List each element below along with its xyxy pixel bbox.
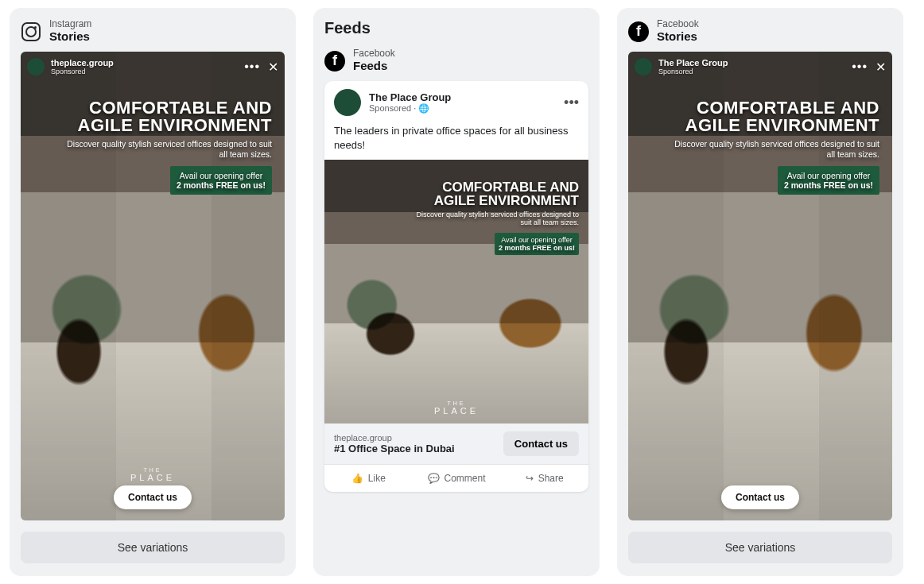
panel-facebook-feeds: Feeds Facebook Feeds The Place Group Spo… [313,8,600,576]
like-button[interactable]: 👍 Like [324,465,413,492]
comment-icon: 💬 [428,473,440,484]
ad-sub: Discover quality stylish serviced office… [66,139,272,160]
comment-label: Comment [445,473,486,484]
platform-small: Facebook [353,48,395,59]
sub-header: Facebook Feeds [324,48,588,73]
panel-instagram-stories: Instagram Stories theplace.group Sponsor… [10,8,296,576]
platform-label: Facebook Stories [657,19,699,44]
ad-sub: Discover quality stylish serviced office… [674,139,879,160]
ad-headline: COMFORTABLE AND AGILE ENVIRONMENT [66,99,272,134]
story-preview[interactable]: theplace.group Sponsored ••• ✕ COMFORTAB… [21,52,285,520]
share-button[interactable]: ↪ Share [500,465,588,492]
feed-card: The Place Group Sponsored · 🌐 ••• The le… [324,81,588,492]
like-label: Like [368,473,386,484]
platform-big: Stories [49,29,91,44]
facebook-icon [324,51,345,72]
more-icon[interactable]: ••• [244,60,260,74]
page-sponsored: Sponsored · 🌐 [369,103,451,114]
cta-button[interactable]: Contact us [721,485,799,509]
facebook-icon [628,21,649,42]
ad-headline: COMFORTABLE AND AGILE ENVIRONMENT [415,180,579,207]
action-bar: 👍 Like 💬 Comment ↪ Share [324,464,588,492]
avatar [635,58,652,75]
ad-sub: Discover quality stylish serviced office… [415,211,579,226]
instagram-icon [21,21,41,42]
ad-offer: Avail our opening offer 2 months FREE on… [778,166,879,195]
story-topbar: The Place Group Sponsored ••• ✕ [635,58,886,75]
close-icon[interactable]: ✕ [268,60,278,75]
more-icon[interactable]: ••• [852,60,868,74]
feed-header: The Place Group Sponsored · 🌐 ••• [324,81,588,119]
panel-facebook-stories: Facebook Stories The Place Group Sponsor… [617,8,903,576]
cta-button[interactable]: Contact us [503,431,579,456]
brand-logo: THE PLACE [130,467,175,482]
story-sponsored: Sponsored [658,68,728,75]
link-row: theplace.group #1 Office Space in Dubai … [324,423,588,464]
share-icon: ↪ [526,473,534,484]
feeds-title: Feeds [324,19,588,37]
link-title: #1 Office Space in Dubai [334,443,455,454]
panel-header: Instagram Stories [21,19,285,44]
link-domain: theplace.group [334,433,455,443]
platform-label: Instagram Stories [49,19,91,44]
share-label: Share [538,473,564,484]
see-variations-button[interactable]: See variations [628,532,892,563]
ad-copy: COMFORTABLE AND AGILE ENVIRONMENT Discov… [66,99,272,195]
platform-big: Stories [657,29,699,44]
panel-header: Facebook Stories [628,19,892,44]
story-sponsored: Sponsored [51,68,114,75]
see-variations-button[interactable]: See variations [21,532,285,563]
more-icon[interactable]: ••• [564,95,579,111]
comment-button[interactable]: 💬 Comment [413,465,501,492]
ad-headline: COMFORTABLE AND AGILE ENVIRONMENT [674,99,879,134]
platform-small: Facebook [657,19,699,29]
story-account: theplace.group [51,58,114,68]
ad-offer: Avail our opening offer 2 months FREE on… [495,233,579,255]
brand-logo: THE PLACE [434,400,479,416]
avatar [334,89,361,116]
cta-button[interactable]: Contact us [114,485,192,509]
story-topbar: theplace.group Sponsored ••• ✕ [27,58,278,75]
platform-small: Instagram [49,19,91,29]
ad-offer: Avail our opening offer 2 months FREE on… [170,166,272,195]
close-icon[interactable]: ✕ [875,60,886,75]
platform-big: Feeds [353,59,395,73]
ad-copy: COMFORTABLE AND AGILE ENVIRONMENT Discov… [415,180,579,255]
page-name: The Place Group [369,91,451,103]
story-preview[interactable]: The Place Group Sponsored ••• ✕ COMFORTA… [628,52,892,520]
avatar [27,58,45,75]
ad-copy: COMFORTABLE AND AGILE ENVIRONMENT Discov… [674,99,879,195]
feed-image[interactable]: COMFORTABLE AND AGILE ENVIRONMENT Discov… [324,160,588,423]
like-icon: 👍 [351,473,363,484]
story-account: The Place Group [658,58,728,68]
feed-body-text: The leaders in private office spaces for… [324,119,588,160]
